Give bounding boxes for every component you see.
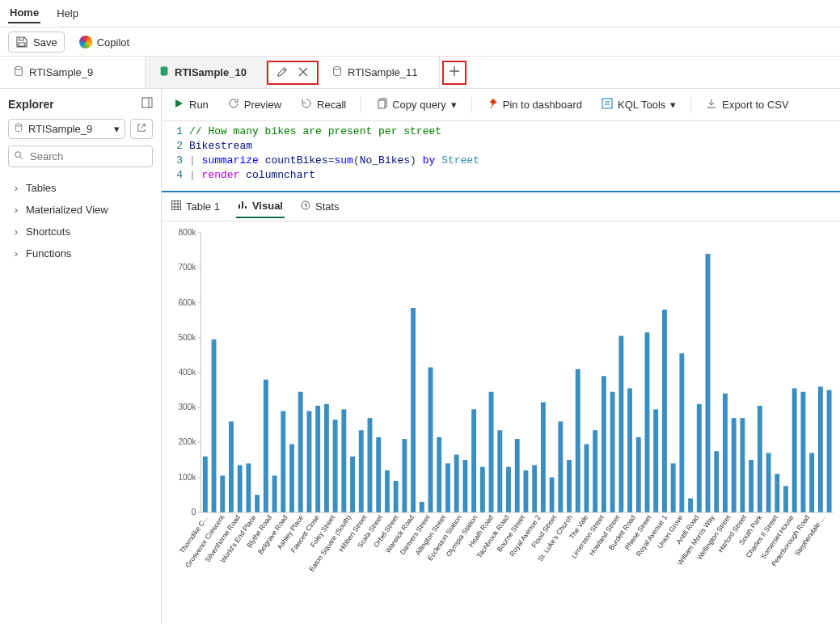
svg-rect-74 xyxy=(585,445,589,512)
copilot-button[interactable]: Copilot xyxy=(73,32,136,52)
svg-rect-90 xyxy=(723,394,728,512)
svg-rect-69 xyxy=(541,403,546,512)
preview-button[interactable]: Preview xyxy=(223,95,286,115)
svg-rect-6 xyxy=(378,100,385,108)
svg-rect-73 xyxy=(576,369,580,512)
pin-dashboard-button[interactable]: Pin to dashboard xyxy=(482,95,587,115)
run-button[interactable]: Run xyxy=(168,95,213,115)
close-tab-button[interactable] xyxy=(293,62,314,83)
editor-gutter: 1234 xyxy=(162,124,189,183)
svg-rect-79 xyxy=(627,388,632,512)
tree-item-tables[interactable]: ›Tables xyxy=(8,177,153,199)
run-label: Run xyxy=(189,99,209,111)
svg-rect-77 xyxy=(610,392,615,512)
tree-item-functions[interactable]: ›Functions xyxy=(8,242,153,264)
recall-button[interactable]: Recall xyxy=(296,95,351,115)
copilot-icon xyxy=(79,36,92,48)
result-tab-table[interactable]: Table 1 xyxy=(170,196,222,217)
main-toolbar: Save Copilot xyxy=(0,27,840,57)
svg-rect-98 xyxy=(792,388,797,512)
export-label: Export to CSV xyxy=(722,99,788,111)
chevron-right-icon: › xyxy=(11,226,21,238)
save-button[interactable]: Save xyxy=(8,32,65,53)
svg-rect-62 xyxy=(480,467,485,512)
query-editor[interactable]: 1234 // How many bikes are present per s… xyxy=(162,121,840,191)
database-icon xyxy=(14,123,23,135)
svg-rect-66 xyxy=(515,439,520,512)
svg-rect-32 xyxy=(220,475,225,512)
close-icon xyxy=(298,67,308,79)
svg-rect-67 xyxy=(523,470,528,512)
result-tab-stats[interactable]: Stats xyxy=(299,196,341,217)
search-input[interactable] xyxy=(28,150,167,163)
copy-label: Copy query xyxy=(392,99,445,111)
svg-rect-30 xyxy=(203,457,208,512)
svg-rect-84 xyxy=(671,463,676,512)
svg-rect-78 xyxy=(618,336,623,512)
rename-tab-button[interactable] xyxy=(272,62,293,83)
external-link-icon xyxy=(137,123,146,135)
svg-rect-86 xyxy=(688,499,693,512)
save-label: Save xyxy=(33,36,57,48)
svg-rect-64 xyxy=(497,430,502,512)
result-tab-visual[interactable]: Visual xyxy=(236,195,285,218)
svg-rect-55 xyxy=(420,502,424,512)
svg-rect-70 xyxy=(550,478,555,512)
svg-text:100k: 100k xyxy=(179,473,197,482)
svg-text:800k: 800k xyxy=(179,228,197,237)
tree-item-shortcuts[interactable]: ›Shortcuts xyxy=(8,221,153,242)
tab-label: RTISample_11 xyxy=(348,66,417,78)
tools-icon xyxy=(602,98,613,112)
menu-help[interactable]: Help xyxy=(55,4,80,23)
open-external-button[interactable] xyxy=(130,119,153,139)
svg-text:0: 0 xyxy=(192,508,196,516)
tab-rtisample-10[interactable]: RTISample_10 xyxy=(146,57,267,88)
svg-rect-65 xyxy=(506,467,511,512)
tree-item-materialized-view[interactable]: ›Materialized View xyxy=(8,199,153,221)
play-icon xyxy=(173,98,184,112)
svg-rect-101 xyxy=(818,386,823,512)
svg-rect-52 xyxy=(394,481,399,512)
svg-rect-76 xyxy=(602,376,606,512)
tools-label: KQL Tools xyxy=(618,99,665,111)
clock-icon xyxy=(301,200,310,213)
tab-rtisample-11[interactable]: RTISample_11 xyxy=(319,57,440,88)
result-tabs: Table 1 Visual Stats xyxy=(162,192,840,221)
database-green-icon xyxy=(158,65,170,79)
copilot-label: Copilot xyxy=(97,36,129,48)
separator xyxy=(471,97,472,113)
svg-point-4 xyxy=(15,124,22,126)
svg-rect-36 xyxy=(255,495,260,512)
tab-label: Visual xyxy=(252,200,283,212)
svg-rect-82 xyxy=(653,409,658,512)
kql-tools-button[interactable]: KQL Tools ▾ xyxy=(597,95,681,115)
svg-rect-42 xyxy=(307,411,312,512)
tree-item-label: Shortcuts xyxy=(26,226,70,238)
svg-rect-35 xyxy=(246,463,251,512)
export-csv-button[interactable]: Export to CSV xyxy=(701,95,793,115)
svg-rect-96 xyxy=(775,474,779,512)
tab-rtisample-9[interactable]: RTISample_9 xyxy=(0,57,146,88)
copy-query-button[interactable]: Copy query ▾ xyxy=(371,95,461,115)
chart-container: 0100k200k300k400k500k600k700k800kThorndi… xyxy=(162,221,840,624)
content-area: Run Preview Recall Copy query ▾ Pin to d… xyxy=(162,89,840,624)
svg-rect-49 xyxy=(368,418,373,512)
editor-code[interactable]: // How many bikes are present per street… xyxy=(189,124,840,183)
svg-rect-97 xyxy=(783,486,788,512)
panel-collapse-icon[interactable] xyxy=(141,97,153,111)
svg-rect-43 xyxy=(315,406,320,512)
svg-rect-102 xyxy=(827,390,832,512)
svg-rect-56 xyxy=(428,367,433,512)
explorer-search[interactable] xyxy=(8,145,153,167)
explorer-panel: Explorer RTISample_9 ▾ xyxy=(0,89,162,624)
column-chart: 0100k200k300k400k500k600k700k800kThorndi… xyxy=(167,228,837,622)
database-selector[interactable]: RTISample_9 ▾ xyxy=(8,119,125,139)
svg-rect-46 xyxy=(341,409,346,512)
menu-home[interactable]: Home xyxy=(8,3,40,23)
database-icon xyxy=(331,65,343,79)
copy-icon xyxy=(376,98,387,112)
explorer-title: Explorer xyxy=(8,98,54,111)
tree-item-label: Functions xyxy=(26,247,71,259)
add-tab-button[interactable] xyxy=(442,61,466,85)
query-tabs: RTISample_9 RTISample_10 RTISample_11 xyxy=(0,57,840,89)
